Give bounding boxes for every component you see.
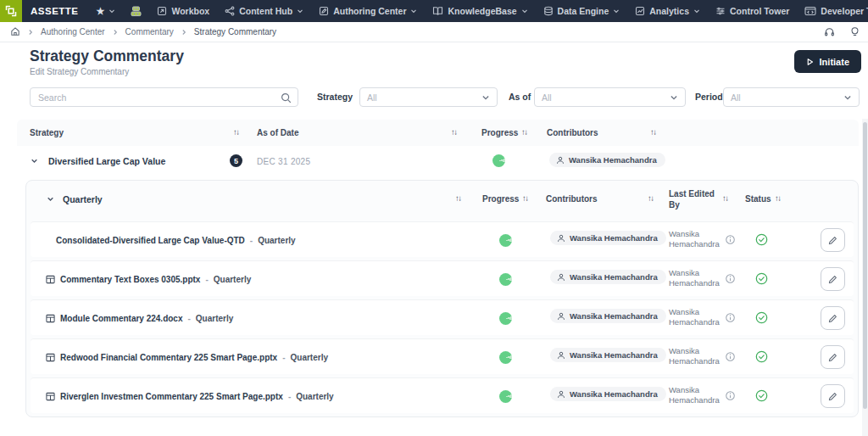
- chevron-down-icon: [843, 93, 852, 102]
- strategy-row: Diversified Large Cap Value 5 DEC 31 202…: [17, 146, 859, 176]
- sort-progress-button[interactable]: ↑↓: [521, 127, 527, 137]
- strategy-name[interactable]: Diversified Large Cap Value: [48, 156, 165, 166]
- group-name[interactable]: Quarterly: [63, 194, 103, 204]
- collapse-chevron-icon[interactable]: [31, 157, 38, 165]
- info-icon[interactable]: [726, 274, 735, 283]
- period-filter-value: All: [731, 92, 741, 103]
- edit-button[interactable]: [821, 345, 845, 369]
- knowledgebase-icon: [432, 6, 443, 16]
- nav-label: KnowledgeBase: [448, 6, 516, 16]
- developer-tools-icon: [804, 6, 816, 16]
- asof-filter-select[interactable]: All: [534, 87, 686, 107]
- contributor-chip: Wansika Hemachandra: [549, 153, 665, 167]
- nav-item-developer-tools[interactable]: Developer Tools: [797, 0, 868, 22]
- document-type: Quarterly: [258, 236, 295, 245]
- separator: -: [250, 236, 253, 245]
- nav-label: Control Tower: [730, 6, 789, 16]
- sort-name-button[interactable]: ↑↓: [455, 193, 461, 203]
- nav-label: Data Engine: [558, 6, 609, 16]
- info-icon[interactable]: [726, 352, 735, 361]
- edit-button[interactable]: [821, 384, 845, 408]
- sort-strategy-button[interactable]: ↑↓: [233, 127, 239, 137]
- favorites-menu[interactable]: ★: [89, 0, 124, 22]
- strategy-filter-label: Strategy: [317, 92, 353, 102]
- assistant-bot-button[interactable]: [123, 0, 149, 22]
- contributor-chip: Wansika Hemachandra: [550, 231, 666, 245]
- edit-button[interactable]: [821, 267, 845, 291]
- nav-item-content-hub[interactable]: Content Hub: [217, 0, 311, 22]
- document-name[interactable]: Commentary Text Boxes 0305.pptx: [60, 275, 200, 284]
- breadcrumb-commentary[interactable]: Commentary: [125, 27, 174, 36]
- chevron-right-icon: [181, 29, 187, 36]
- edit-button[interactable]: [821, 306, 845, 330]
- pencil-icon: [828, 392, 837, 401]
- top-navigation-bar: ASSETTE ★ Workbox Content Hub Authoring …: [0, 0, 868, 22]
- column-header-status: Status: [745, 194, 771, 204]
- nav-item-workbox[interactable]: Workbox: [149, 0, 217, 22]
- brand-name[interactable]: ASSETTE: [31, 6, 79, 16]
- column-header-asof-date: As of Date: [257, 128, 298, 137]
- person-icon: [557, 351, 565, 360]
- progress-indicator: [499, 312, 512, 325]
- assette-logo[interactable]: [0, 0, 22, 22]
- breadcrumb-authoring-center[interactable]: Authoring Center: [41, 27, 105, 36]
- nav-item-analytics[interactable]: Analytics: [627, 0, 708, 22]
- smart-page-icon: [46, 275, 55, 284]
- table-row: Redwood Financial Commentary 225 Smart P…: [31, 338, 854, 374]
- document-name[interactable]: Consolidated-Diversified Large Cap Value…: [56, 236, 245, 245]
- sort-contributors-button[interactable]: ↑↓: [650, 127, 656, 137]
- search-input[interactable]: [31, 88, 298, 106]
- chevron-right-icon: [27, 29, 34, 36]
- quarterly-group-card: Quarterly ↑↓ Progress ↑↓ Contributors ↑↓…: [25, 180, 859, 417]
- asof-filter-value: All: [542, 92, 552, 103]
- chevron-down-icon: [693, 8, 700, 14]
- strategy-filter-select[interactable]: All: [359, 87, 498, 107]
- pencil-icon: [828, 314, 837, 323]
- edit-button[interactable]: [821, 228, 845, 252]
- contributor-chip: Wansika Hemachandra: [550, 348, 666, 362]
- headset-icon[interactable]: [824, 26, 835, 39]
- progress-indicator: [499, 351, 512, 364]
- nav-item-knowledgebase[interactable]: KnowledgeBase: [425, 0, 535, 22]
- lightbulb-icon[interactable]: [850, 26, 860, 38]
- last-edited-by: Wansika Hemachandra: [669, 229, 721, 250]
- column-header-progress: Progress: [481, 128, 518, 137]
- info-icon[interactable]: [726, 313, 735, 322]
- contributor-name: Wansika Hemachandra: [569, 155, 657, 165]
- initiate-button[interactable]: Initiate: [794, 50, 861, 73]
- nav-item-control-tower[interactable]: Control Tower: [708, 0, 797, 22]
- chevron-down-icon: [521, 8, 528, 14]
- home-icon[interactable]: [10, 26, 20, 38]
- sort-contributors-button[interactable]: ↑↓: [648, 193, 654, 203]
- info-icon[interactable]: [726, 391, 735, 400]
- document-name[interactable]: Module Commentary 224.docx: [60, 314, 182, 323]
- document-name[interactable]: Riverglen Investmen Commentary 225 Smart…: [60, 392, 283, 401]
- sort-progress-button[interactable]: ↑↓: [522, 193, 528, 203]
- contributor-name: Wansika Hemachandra: [570, 233, 658, 243]
- chevron-down-icon: [410, 8, 417, 14]
- nav-label: Workbox: [171, 6, 209, 16]
- analytics-icon: [635, 6, 645, 16]
- filter-bar: Strategy All As of All Period All: [0, 87, 868, 108]
- chevron-down-icon: [481, 93, 490, 102]
- sort-last-edited-button[interactable]: ↑↓: [722, 193, 728, 203]
- star-icon: ★: [97, 6, 105, 17]
- period-filter-select[interactable]: All: [723, 87, 860, 107]
- last-edited-by: Wansika Hemachandra: [669, 268, 721, 289]
- nav-item-data-engine[interactable]: Data Engine: [536, 0, 628, 22]
- contributor-chip: Wansika Hemachandra: [550, 309, 666, 323]
- progress-indicator: [499, 390, 512, 403]
- nav-item-authoring-center[interactable]: Authoring Center: [311, 0, 425, 22]
- contributor-chip: Wansika Hemachandra: [550, 270, 666, 284]
- scrollbar-thumb[interactable]: [863, 122, 867, 409]
- sort-asof-button[interactable]: ↑↓: [451, 127, 457, 137]
- collapse-chevron-icon[interactable]: [47, 195, 54, 203]
- document-name[interactable]: Redwood Financial Commentary 225 Smart P…: [60, 353, 277, 362]
- sort-status-button[interactable]: ↑↓: [775, 193, 781, 203]
- person-icon: [556, 156, 565, 165]
- document-type: Quarterly: [296, 392, 333, 401]
- info-icon[interactable]: [726, 235, 735, 244]
- table-header: Strategy ↑↓ As of Date ↑↓ Progress ↑↓ Co…: [17, 120, 859, 146]
- progress-indicator: [492, 154, 505, 167]
- strategy-filter-value: All: [367, 92, 377, 103]
